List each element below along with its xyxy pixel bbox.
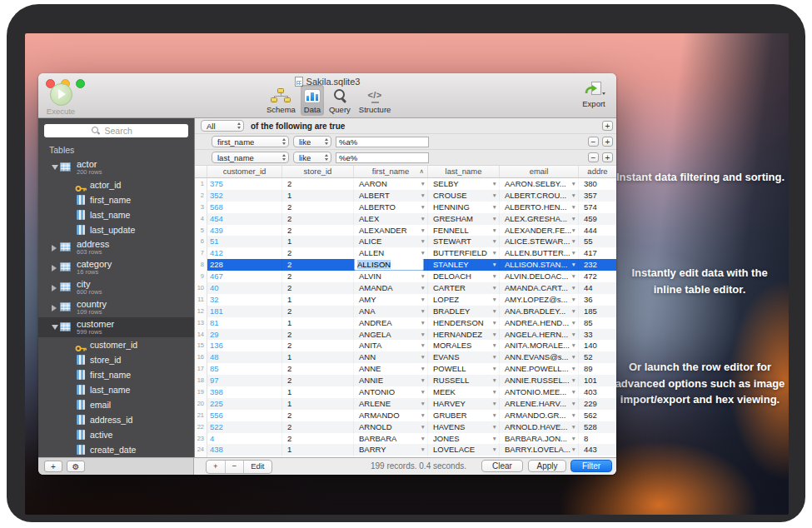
cell-store-id[interactable]: 2 — [282, 259, 354, 271]
sidebar-column-item[interactable]: active — [38, 427, 194, 442]
dropdown-icon[interactable]: ▼ — [492, 375, 497, 386]
remove-filter-button[interactable]: − — [588, 137, 599, 147]
dropdown-icon[interactable]: ▼ — [492, 178, 497, 190]
dropdown-icon[interactable]: ▼ — [571, 202, 576, 213]
dropdown-icon[interactable]: ▼ — [492, 329, 497, 341]
cell-first-name[interactable]: ALLEN▼ — [354, 247, 428, 259]
cell-first-name[interactable]: ANTONIO▼ — [354, 386, 428, 398]
cell-last-name[interactable]: SELBY▼ — [428, 178, 500, 190]
dropdown-icon[interactable]: ▼ — [492, 294, 497, 306]
cell-customer-id[interactable]: 375 — [207, 178, 282, 190]
cell-store-id[interactable]: 1 — [282, 236, 354, 247]
cell-email[interactable]: AMANDA.CART...▼ — [500, 282, 579, 294]
cell-store-id[interactable]: 1 — [282, 190, 354, 202]
cell-email[interactable]: ARNOLD.HAVE...▼ — [500, 421, 579, 433]
cell-first-name[interactable]: ARMANDO▼ — [354, 410, 428, 421]
cell-customer-id[interactable]: 438 — [207, 444, 282, 456]
column-header-customer_id[interactable]: customer_id — [207, 166, 282, 177]
cell-store-id[interactable]: 2 — [282, 410, 354, 421]
cell-last-name[interactable]: STEWART▼ — [428, 236, 500, 247]
filter-button[interactable]: Filter — [570, 460, 612, 472]
dropdown-icon[interactable]: ▼ — [421, 190, 426, 202]
cell-email[interactable]: BARRY.LOVELA...▼ — [500, 444, 579, 456]
cell-first-name[interactable]: ANDREA▼ — [354, 317, 428, 329]
sidebar-column-item[interactable]: actor_id — [38, 177, 194, 192]
cell-store-id[interactable]: 2 — [282, 282, 354, 294]
cell-email[interactable]: ALEXANDER.FE...▼ — [500, 225, 579, 237]
table-row[interactable]: 244381BARRY▼LOVELACE▼BARRY.LOVELA...▼443 — [195, 444, 616, 456]
cell-address-id[interactable]: 357 — [579, 190, 616, 202]
tab-structure[interactable]: </> Structure — [356, 82, 395, 116]
sidebar-table-item[interactable]: country109 rows — [38, 297, 194, 317]
add-filter-button[interactable]: + — [602, 121, 613, 131]
disclosure-expanded-icon[interactable] — [52, 165, 58, 170]
add-filter-button[interactable]: + — [602, 152, 613, 162]
cell-email[interactable]: BARBARA.JON...▼ — [500, 433, 579, 445]
cell-store-id[interactable]: 2 — [282, 306, 354, 317]
edit-row-button[interactable]: Edit — [244, 461, 271, 473]
cell-email[interactable]: AARON.SELBY...▼ — [500, 178, 579, 190]
cell-first-name[interactable]: ALEXANDER▼ — [354, 225, 428, 237]
dropdown-icon[interactable]: ▼ — [571, 421, 576, 433]
table-row[interactable]: 11321AMY▼LOPEZ▼AMY.LOPEZ@s...▼36 — [195, 294, 616, 306]
dropdown-icon[interactable]: ▼ — [492, 317, 497, 329]
cell-first-name[interactable]: ALBERTO▼ — [354, 202, 428, 213]
cell-first-name[interactable]: ANN▼ — [354, 351, 428, 363]
table-row[interactable]: 18972ANNIE▼RUSSELL▼ANNIE.RUSSEL...▼101 — [195, 375, 616, 386]
cell-email[interactable]: ANNE.POWELL...▼ — [500, 363, 579, 375]
disclosure-collapsed-icon[interactable] — [52, 245, 57, 252]
cell-customer-id[interactable]: 522 — [207, 421, 282, 433]
dropdown-icon[interactable]: ▼ — [571, 410, 576, 421]
dropdown-icon[interactable]: ▼ — [571, 317, 576, 329]
cell-address-id[interactable]: 89 — [579, 363, 616, 375]
cell-last-name[interactable]: LOVELACE▼ — [428, 444, 500, 456]
cell-store-id[interactable]: 1 — [282, 294, 354, 306]
cell-address-id[interactable]: 33 — [579, 329, 616, 341]
dropdown-icon[interactable]: ▼ — [421, 236, 426, 247]
cell-customer-id[interactable]: 136 — [207, 340, 282, 351]
cell-email[interactable]: ALICE.STEWAR...▼ — [500, 236, 579, 247]
cell-customer-id[interactable]: 32 — [207, 294, 282, 306]
dropdown-icon[interactable]: ▼ — [421, 410, 426, 421]
dropdown-icon[interactable]: ▼ — [571, 213, 576, 225]
cell-customer-id[interactable]: 81 — [207, 317, 282, 329]
cell-customer-id[interactable]: 467 — [207, 271, 282, 282]
dropdown-icon[interactable]: ▼ — [421, 282, 426, 294]
dropdown-icon[interactable]: ▼ — [421, 317, 426, 329]
table-row[interactable]: 23521ALBERT▼CROUSE▼ALBERT.CROU...▼357 — [195, 190, 616, 202]
dropdown-icon[interactable]: ▼ — [571, 294, 576, 306]
dropdown-icon[interactable]: ▼ — [492, 190, 497, 202]
dropdown-icon[interactable]: ▼ — [421, 271, 426, 282]
dropdown-icon[interactable]: ▼ — [421, 225, 426, 237]
dropdown-icon[interactable]: ▼ — [421, 363, 426, 375]
cell-first-name[interactable]: ANNE▼ — [354, 363, 428, 375]
column-header-store_id[interactable]: store_id — [282, 166, 354, 177]
cell-address-id[interactable]: 232 — [579, 259, 616, 271]
cell-last-name[interactable]: BRADLEY▼ — [428, 306, 500, 317]
cell-email[interactable]: ANGELA.HERN...▼ — [500, 329, 579, 341]
cell-email[interactable]: AMY.LOPEZ@s...▼ — [500, 294, 579, 306]
dropdown-icon[interactable]: ▼ — [492, 236, 497, 247]
cell-first-name[interactable]: BARRY▼ — [354, 444, 428, 456]
table-row[interactable]: 16481ANN▼EVANS▼ANN.EVANS@s...▼52 — [195, 351, 616, 363]
cell-store-id[interactable]: 1 — [282, 317, 354, 329]
cell-store-id[interactable]: 1 — [282, 351, 354, 363]
execute-button[interactable]: Execute — [43, 83, 78, 116]
cell-address-id[interactable]: 185 — [579, 306, 616, 317]
filter-field-select[interactable]: first_name — [212, 136, 289, 147]
cell-last-name[interactable]: DELOACH▼ — [428, 271, 500, 282]
dropdown-icon[interactable]: ▼ — [492, 213, 497, 225]
dropdown-icon[interactable]: ▼ — [492, 444, 497, 456]
dropdown-icon[interactable]: ▼ — [571, 398, 576, 410]
dropdown-icon[interactable]: ▼ — [492, 398, 497, 410]
sidebar-column-item[interactable]: customer_id — [38, 337, 194, 352]
cell-email[interactable]: ALBERT.CROU...▼ — [500, 190, 579, 202]
dropdown-icon[interactable]: ▼ — [421, 421, 426, 433]
sidebar-add-button[interactable]: + — [44, 461, 62, 472]
cell-store-id[interactable]: 2 — [282, 433, 354, 445]
dropdown-icon[interactable]: ▼ — [421, 178, 426, 190]
dropdown-icon[interactable]: ▼ — [492, 433, 497, 445]
dropdown-icon[interactable]: ▼ — [492, 271, 497, 282]
cell-store-id[interactable]: 2 — [282, 247, 354, 259]
cell-customer-id[interactable]: 439 — [207, 225, 282, 237]
